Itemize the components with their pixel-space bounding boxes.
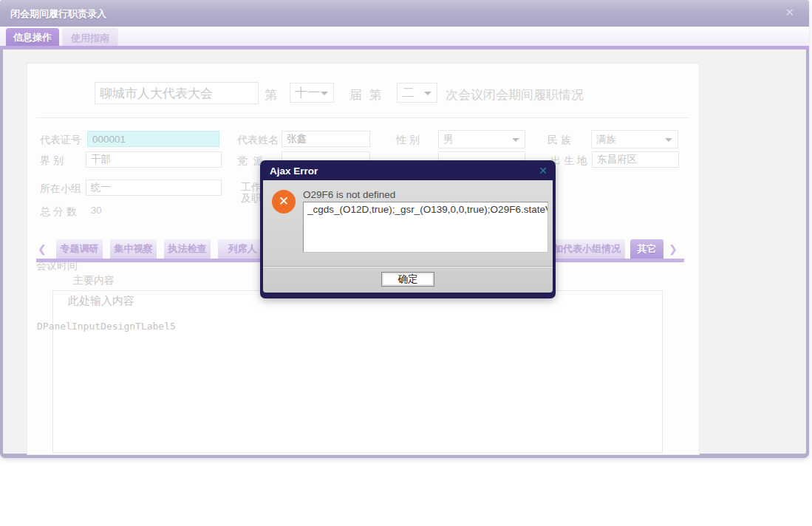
- dialog-body: ✕ O29F6 is not defined _cgds_(O12D,true)…: [263, 180, 553, 293]
- tab-user-guide[interactable]: 使用指南: [62, 28, 118, 47]
- tab-info-operation[interactable]: 信息操作: [6, 28, 59, 47]
- ethnic-select-value: 满族: [596, 134, 616, 145]
- subtab-other[interactable]: 其它: [630, 239, 663, 259]
- textarea-placeholder: 此处输入内容: [68, 294, 134, 308]
- main-tabstrip: 信息操作 使用指南: [0, 27, 809, 46]
- subtab-next-icon[interactable]: ❯: [669, 243, 678, 255]
- chevron-down-icon: [665, 138, 672, 142]
- main-content-textarea[interactable]: 此处输入内容: [52, 290, 663, 453]
- dialog-separator: [263, 266, 553, 267]
- group-label: 所在小组: [40, 182, 81, 196]
- heading-suffix-label: 次会议闭会期间履职情况: [446, 86, 584, 103]
- window-close-icon[interactable]: ✕: [785, 6, 794, 19]
- ethnic-select[interactable]: 满族: [591, 130, 678, 148]
- birthplace-input[interactable]: [592, 151, 679, 168]
- jie-di-label: 届 第: [349, 86, 381, 103]
- dialog-error-message: O29F6 is not defined: [303, 189, 395, 200]
- window-titlebar: 闭会期间履行职责录入 ✕: [0, 0, 809, 27]
- group-input[interactable]: [86, 180, 222, 196]
- subtab-group-inspection[interactable]: 集中视察: [110, 239, 157, 259]
- main-content-label: 主要内容: [73, 274, 115, 287]
- subtab-special-research[interactable]: 专题调研: [56, 239, 103, 259]
- tab-accent-line: [0, 46, 809, 49]
- chevron-down-icon: [321, 92, 328, 95]
- ajax-error-dialog: Ajax Error ✕ ✕ O29F6 is not defined _cgd…: [260, 160, 556, 298]
- rep-name-label: 代表姓名: [237, 134, 279, 147]
- window-title: 闭会期间履行职责录入: [10, 7, 106, 21]
- ethnic-label: 民 族: [547, 134, 571, 147]
- birthplace-label: 出 生 地: [550, 154, 587, 168]
- rep-id-input[interactable]: [87, 131, 219, 147]
- chevron-down-icon: [424, 92, 431, 95]
- gender-label: 性 别: [396, 134, 420, 147]
- dialog-close-icon[interactable]: ✕: [539, 165, 547, 177]
- gender-select[interactable]: 男: [438, 130, 525, 148]
- rep-name-input[interactable]: [282, 131, 370, 147]
- sector-label: 界 别: [40, 154, 64, 168]
- subtab-law-check[interactable]: 执法检查: [164, 239, 211, 259]
- design-label: DPanelInputDesignTLabel5: [37, 321, 176, 332]
- gender-select-value: 男: [443, 134, 454, 145]
- session-select-value: 十一: [295, 86, 320, 100]
- sector-input[interactable]: [86, 151, 222, 168]
- meeting-select-value: 二: [402, 86, 414, 100]
- dialog-title: Ajax Error: [270, 165, 318, 177]
- session-select[interactable]: 十一: [290, 83, 334, 103]
- total-score-value: 30: [91, 205, 101, 216]
- meeting-select[interactable]: 二: [397, 83, 437, 103]
- total-score-label: 总 分 数: [40, 205, 77, 219]
- error-x-circle-icon: ✕: [272, 190, 296, 214]
- dialog-error-detail: _cgds_(O12D,true);_gsr_(O139,0,0,true);O…: [303, 202, 548, 253]
- di-label: 第: [265, 86, 277, 103]
- subtab-prev-icon[interactable]: ❮: [38, 243, 47, 255]
- org-name-input[interactable]: [95, 82, 259, 104]
- chevron-down-icon: [512, 138, 519, 142]
- rep-id-label: 代表证号: [40, 134, 81, 147]
- work-title-label-line2: 及职: [241, 192, 262, 205]
- confirm-button[interactable]: 确定: [381, 272, 434, 287]
- heading-divider: [36, 117, 689, 118]
- app-window: 闭会期间履行职责录入 ✕ 信息操作 使用指南 第 十一 届 第 二 次会议闭会期…: [0, 0, 809, 458]
